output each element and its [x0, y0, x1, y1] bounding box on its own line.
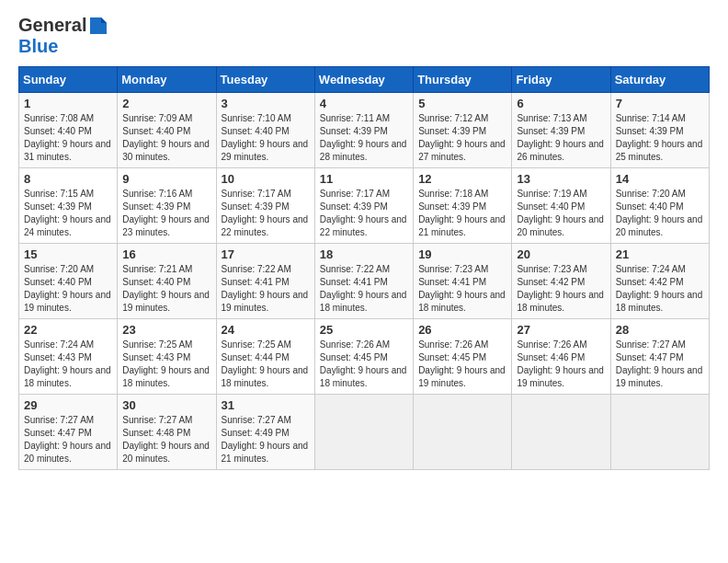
- calendar-cell: 18Sunrise: 7:22 AMSunset: 4:41 PMDayligh…: [314, 244, 413, 319]
- day-info: Sunrise: 7:26 AMSunset: 4:46 PMDaylight:…: [517, 339, 604, 388]
- day-info: Sunrise: 7:09 AMSunset: 4:40 PMDaylight:…: [122, 113, 210, 162]
- calendar-cell: 6Sunrise: 7:13 AMSunset: 4:39 PMDaylight…: [512, 93, 610, 168]
- day-info: Sunrise: 7:19 AMSunset: 4:40 PMDaylight:…: [517, 189, 604, 237]
- day-number: 14: [616, 172, 704, 186]
- day-info: Sunrise: 7:17 AMSunset: 4:39 PMDaylight:…: [222, 189, 309, 237]
- day-number: 31: [222, 398, 310, 412]
- calendar-cell: 21Sunrise: 7:24 AMSunset: 4:42 PMDayligh…: [610, 244, 709, 319]
- day-number: 28: [616, 323, 704, 337]
- calendar-cell: 11Sunrise: 7:17 AMSunset: 4:39 PMDayligh…: [314, 168, 413, 244]
- calendar-cell: 24Sunrise: 7:25 AMSunset: 4:44 PMDayligh…: [216, 319, 314, 395]
- calendar-cell: 28Sunrise: 7:27 AMSunset: 4:47 PMDayligh…: [610, 319, 709, 395]
- col-header-monday: Monday: [118, 67, 216, 93]
- day-info: Sunrise: 7:15 AMSunset: 4:39 PMDaylight:…: [24, 189, 111, 237]
- day-number: 24: [222, 323, 310, 337]
- calendar-cell: 12Sunrise: 7:18 AMSunset: 4:39 PMDayligh…: [414, 168, 512, 244]
- calendar-cell: 4Sunrise: 7:11 AMSunset: 4:39 PMDaylight…: [314, 93, 413, 168]
- col-header-wednesday: Wednesday: [314, 67, 413, 93]
- day-info: Sunrise: 7:23 AMSunset: 4:42 PMDaylight:…: [517, 264, 604, 313]
- day-number: 26: [418, 323, 506, 337]
- day-info: Sunrise: 7:27 AMSunset: 4:48 PMDaylight:…: [122, 415, 210, 464]
- day-number: 12: [418, 172, 506, 186]
- day-number: 2: [122, 97, 210, 110]
- calendar-cell: 16Sunrise: 7:21 AMSunset: 4:40 PMDayligh…: [118, 244, 216, 319]
- day-info: Sunrise: 7:13 AMSunset: 4:39 PMDaylight:…: [517, 113, 604, 162]
- day-number: 7: [616, 97, 704, 110]
- day-info: Sunrise: 7:24 AMSunset: 4:43 PMDaylight:…: [24, 339, 111, 388]
- day-info: Sunrise: 7:25 AMSunset: 4:43 PMDaylight:…: [122, 339, 210, 388]
- day-info: Sunrise: 7:20 AMSunset: 4:40 PMDaylight:…: [24, 264, 111, 313]
- calendar-cell: 8Sunrise: 7:15 AMSunset: 4:39 PMDaylight…: [19, 168, 118, 244]
- calendar-cell: 20Sunrise: 7:23 AMSunset: 4:42 PMDayligh…: [512, 244, 610, 319]
- calendar-cell: 9Sunrise: 7:16 AMSunset: 4:39 PMDaylight…: [118, 168, 216, 244]
- day-info: Sunrise: 7:27 AMSunset: 4:47 PMDaylight:…: [616, 339, 703, 388]
- day-number: 16: [122, 247, 210, 261]
- day-number: 23: [122, 323, 210, 337]
- logo-blue: Blue: [18, 36, 58, 56]
- calendar-cell: 25Sunrise: 7:26 AMSunset: 4:45 PMDayligh…: [314, 319, 413, 395]
- day-number: 9: [122, 172, 210, 186]
- calendar-cell: 22Sunrise: 7:24 AMSunset: 4:43 PMDayligh…: [19, 319, 118, 395]
- day-info: Sunrise: 7:14 AMSunset: 4:39 PMDaylight:…: [616, 113, 703, 162]
- day-number: 4: [320, 97, 408, 110]
- calendar-cell: 7Sunrise: 7:14 AMSunset: 4:39 PMDaylight…: [610, 93, 709, 168]
- day-number: 6: [517, 97, 605, 110]
- calendar-cell: 5Sunrise: 7:12 AMSunset: 4:39 PMDaylight…: [414, 93, 512, 168]
- day-info: Sunrise: 7:17 AMSunset: 4:39 PMDaylight:…: [320, 189, 407, 237]
- day-number: 22: [24, 323, 112, 337]
- calendar-cell: 14Sunrise: 7:20 AMSunset: 4:40 PMDayligh…: [610, 168, 709, 244]
- calendar-cell: 27Sunrise: 7:26 AMSunset: 4:46 PMDayligh…: [512, 319, 610, 395]
- col-header-friday: Friday: [512, 67, 610, 93]
- day-number: 30: [122, 398, 210, 412]
- day-number: 27: [517, 323, 605, 337]
- calendar-cell: 30Sunrise: 7:27 AMSunset: 4:48 PMDayligh…: [118, 395, 216, 470]
- calendar-cell: 3Sunrise: 7:10 AMSunset: 4:40 PMDaylight…: [216, 93, 314, 168]
- calendar-cell: 15Sunrise: 7:20 AMSunset: 4:40 PMDayligh…: [19, 244, 118, 319]
- day-number: 13: [517, 172, 605, 186]
- calendar-cell: 2Sunrise: 7:09 AMSunset: 4:40 PMDaylight…: [118, 93, 216, 168]
- logo-icon: [88, 16, 108, 36]
- calendar-cell: 10Sunrise: 7:17 AMSunset: 4:39 PMDayligh…: [216, 168, 314, 244]
- day-info: Sunrise: 7:26 AMSunset: 4:45 PMDaylight:…: [418, 339, 506, 388]
- day-number: 29: [24, 398, 112, 412]
- calendar-cell: [414, 395, 512, 470]
- day-info: Sunrise: 7:23 AMSunset: 4:41 PMDaylight:…: [418, 264, 506, 313]
- logo: General Blue: [18, 15, 108, 57]
- day-number: 20: [517, 247, 605, 261]
- day-info: Sunrise: 7:18 AMSunset: 4:39 PMDaylight:…: [418, 189, 506, 237]
- col-header-thursday: Thursday: [414, 67, 512, 93]
- col-header-saturday: Saturday: [610, 67, 709, 93]
- day-number: 11: [320, 172, 408, 186]
- calendar-page: General Blue SundayMondayTuesdayWednesda…: [0, 0, 728, 563]
- day-info: Sunrise: 7:16 AMSunset: 4:39 PMDaylight:…: [122, 189, 210, 237]
- day-number: 19: [418, 247, 506, 261]
- calendar-cell: 19Sunrise: 7:23 AMSunset: 4:41 PMDayligh…: [414, 244, 512, 319]
- calendar-cell: [314, 395, 413, 470]
- day-info: Sunrise: 7:22 AMSunset: 4:41 PMDaylight:…: [222, 264, 309, 313]
- col-header-sunday: Sunday: [19, 67, 118, 93]
- header: General Blue: [18, 15, 710, 57]
- day-info: Sunrise: 7:24 AMSunset: 4:42 PMDaylight:…: [616, 264, 703, 313]
- day-number: 15: [24, 247, 112, 261]
- day-info: Sunrise: 7:21 AMSunset: 4:40 PMDaylight:…: [122, 264, 210, 313]
- day-number: 3: [222, 97, 310, 110]
- day-number: 17: [222, 247, 310, 261]
- day-info: Sunrise: 7:10 AMSunset: 4:40 PMDaylight:…: [222, 113, 309, 162]
- day-info: Sunrise: 7:26 AMSunset: 4:45 PMDaylight:…: [320, 339, 407, 388]
- calendar-cell: 13Sunrise: 7:19 AMSunset: 4:40 PMDayligh…: [512, 168, 610, 244]
- day-info: Sunrise: 7:27 AMSunset: 4:47 PMDaylight:…: [24, 415, 111, 464]
- calendar-cell: [610, 395, 709, 470]
- day-number: 1: [24, 97, 112, 110]
- day-number: 25: [320, 323, 408, 337]
- calendar-cell: 26Sunrise: 7:26 AMSunset: 4:45 PMDayligh…: [414, 319, 512, 395]
- day-number: 18: [320, 247, 408, 261]
- svg-marker-0: [90, 17, 107, 34]
- calendar-cell: 17Sunrise: 7:22 AMSunset: 4:41 PMDayligh…: [216, 244, 314, 319]
- day-info: Sunrise: 7:08 AMSunset: 4:40 PMDaylight:…: [24, 113, 111, 162]
- logo-general: General: [18, 15, 86, 36]
- day-info: Sunrise: 7:27 AMSunset: 4:49 PMDaylight:…: [222, 415, 309, 464]
- calendar-cell: 1Sunrise: 7:08 AMSunset: 4:40 PMDaylight…: [19, 93, 118, 168]
- day-number: 21: [616, 247, 704, 261]
- svg-marker-1: [101, 17, 107, 23]
- calendar-cell: 31Sunrise: 7:27 AMSunset: 4:49 PMDayligh…: [216, 395, 314, 470]
